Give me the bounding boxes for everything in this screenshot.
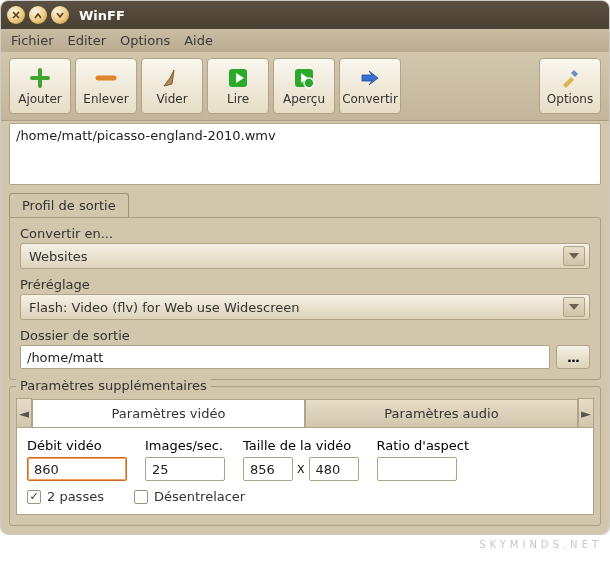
remove-button[interactable]: Enlever [75,58,137,114]
close-window-button[interactable] [7,6,25,24]
menu-edit[interactable]: Editer [68,33,107,48]
convert-button[interactable]: Convertir [339,58,401,114]
maximize-window-button[interactable] [51,6,69,24]
width-input[interactable] [243,457,293,481]
options-button[interactable]: Options [539,58,601,114]
preview-icon [292,66,316,90]
bitrate-input[interactable] [27,457,127,481]
size-label: Taille de la vidéo [243,438,359,453]
plus-icon [28,66,52,90]
output-folder-label: Dossier de sortie [20,328,590,343]
convert-icon [358,66,382,90]
list-item[interactable]: /home/matt/picasso-england-2010.wmv [16,128,594,143]
output-profile-panel: Convertir en... Websites Préréglage Flas… [9,217,601,380]
convert-to-combo[interactable]: Websites [20,243,590,269]
size-separator: X [297,463,305,476]
height-input[interactable] [309,457,359,481]
scroll-right-button[interactable]: ► [578,398,594,428]
check-icon [134,490,148,504]
toolbar: Ajouter Enlever Vider Lire Aperçu Conver… [1,52,609,121]
menu-file[interactable]: Fichier [11,33,54,48]
video-params-panel: Débit vidéo Images/sec. Taille de la vid… [16,428,594,515]
clear-button[interactable]: Vider [141,58,203,114]
tab-video-params[interactable]: Paramètres vidéo [32,399,305,428]
two-pass-checkbox[interactable]: ✓ 2 passes [27,489,104,504]
play-button[interactable]: Lire [207,58,269,114]
menu-help[interactable]: Aide [184,33,213,48]
menubar: Fichier Editer Options Aide [1,29,609,52]
add-button[interactable]: Ajouter [9,58,71,114]
scroll-left-button[interactable]: ◄ [16,398,32,428]
tools-icon [558,66,582,90]
window-title: WinFF [79,8,125,23]
browse-button[interactable]: ... [556,345,590,369]
app-window: WinFF Fichier Editer Options Aide Ajoute… [0,0,610,535]
minimize-window-button[interactable] [29,6,47,24]
aspect-label: Ratio d'aspect [377,438,470,453]
convert-to-label: Convertir en... [20,226,590,241]
extra-params-section: Paramètres supplémentaires ◄ Paramètres … [9,386,601,526]
tab-output-profile[interactable]: Profil de sortie [9,193,129,217]
bitrate-label: Débit vidéo [27,438,127,453]
output-folder-input[interactable] [20,345,550,369]
aspect-input[interactable] [377,457,457,481]
play-icon [226,66,250,90]
titlebar: WinFF [1,1,609,29]
check-icon: ✓ [27,490,41,504]
preset-combo[interactable]: Flash: Video (flv) for Web use Widescree… [20,294,590,320]
broom-icon [160,66,184,90]
preview-button[interactable]: Aperçu [273,58,335,114]
file-list[interactable]: /home/matt/picasso-england-2010.wmv [9,123,601,185]
chevron-down-icon [563,297,585,317]
extra-params-legend: Paramètres supplémentaires [16,378,211,393]
watermark: SKYMINDS.NET [0,535,610,554]
fps-input[interactable] [145,457,225,481]
menu-options[interactable]: Options [120,33,170,48]
fps-label: Images/sec. [145,438,225,453]
tab-audio-params[interactable]: Paramètres audio [305,399,578,428]
preset-label: Préréglage [20,277,590,292]
deinterlace-checkbox[interactable]: Désentrelacer [134,489,245,504]
minus-icon [94,66,118,90]
chevron-down-icon [563,246,585,266]
